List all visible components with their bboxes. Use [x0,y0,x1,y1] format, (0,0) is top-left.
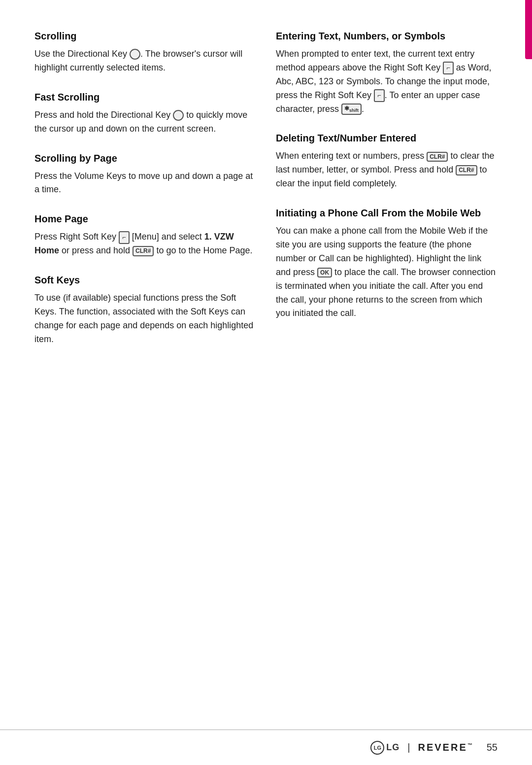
section-title-entering-text: Entering Text, Numbers, or Symbols [276,30,498,42]
section-title-scrolling-by-page: Scrolling by Page [34,152,256,165]
section-title-deleting-text: Deleting Text/Number Entered [276,132,498,144]
lg-text: LG [386,742,399,753]
section-scrolling: Scrolling Use the Directional Key . The … [34,30,256,75]
soft-key-icon-1: ⌐ [119,231,130,244]
section-home-page: Home Page Press Right Soft Key ⌐ [Menu] … [34,212,256,258]
ok-icon: OK [317,268,332,278]
footer-page-number: 55 [487,742,498,753]
left-column: Scrolling Use the Directional Key . The … [34,30,256,690]
footer-brand: LG LG | REVERE™ 55 [370,741,498,755]
lg-logo-text: LG [374,745,381,751]
section-body-scrolling-by-page: Press the Volume Keys to move up and dow… [34,170,256,197]
section-initiating-call: Initiating a Phone Call From the Mobile … [276,207,498,320]
right-column: Entering Text, Numbers, or Symbols When … [276,30,498,690]
soft-key-icon-3: ⌐ [374,89,385,102]
section-soft-keys: Soft Keys To use (if available) special … [34,274,256,347]
section-body-entering-text: When prompted to enter text, the current… [276,47,498,116]
directional-key-icon [130,49,140,60]
section-title-fast-scrolling: Fast Scrolling [34,91,256,104]
section-title-soft-keys: Soft Keys [34,274,256,286]
section-body-home-page: Press Right Soft Key ⌐ [Menu] and select… [34,230,256,258]
footer-model: REVERE™ [418,742,474,753]
footer-pipe: | [407,742,410,753]
footer-logo: LG LG [370,741,399,755]
section-title-home-page: Home Page [34,212,256,225]
section-scrolling-by-page: Scrolling by Page Press the Volume Keys … [34,152,256,197]
section-fast-scrolling: Fast Scrolling Press and hold the Direct… [34,91,256,136]
directional-key-icon-2 [173,110,184,121]
accent-bar [525,0,532,59]
soft-key-icon-2: ⌐ [443,62,454,74]
section-title-initiating-call: Initiating a Phone Call From the Mobile … [276,207,498,219]
section-title-scrolling: Scrolling [34,30,256,42]
section-body-initiating-call: You can make a phone call from the Mobil… [276,224,498,320]
lg-logo-circle: LG [370,741,384,755]
clr-icon-3: CLR# [456,165,477,175]
section-body-deleting-text: When entering text or numbers, press CLR… [276,149,498,191]
section-deleting-text: Deleting Text/Number Entered When enteri… [276,132,498,191]
clr-icon-2: CLR# [427,152,448,162]
page-content: Scrolling Use the Directional Key . The … [0,0,532,730]
footer: LG LG | REVERE™ 55 [0,730,532,765]
section-body-fast-scrolling: Press and hold the Directional Key to qu… [34,108,256,136]
star-icon: ✱shift [341,104,362,115]
section-body-soft-keys: To use (if available) special functions … [34,291,256,347]
clr-icon-1: CLR# [133,246,154,256]
section-body-scrolling: Use the Directional Key . The browser's … [34,47,256,75]
section-entering-text: Entering Text, Numbers, or Symbols When … [276,30,498,116]
